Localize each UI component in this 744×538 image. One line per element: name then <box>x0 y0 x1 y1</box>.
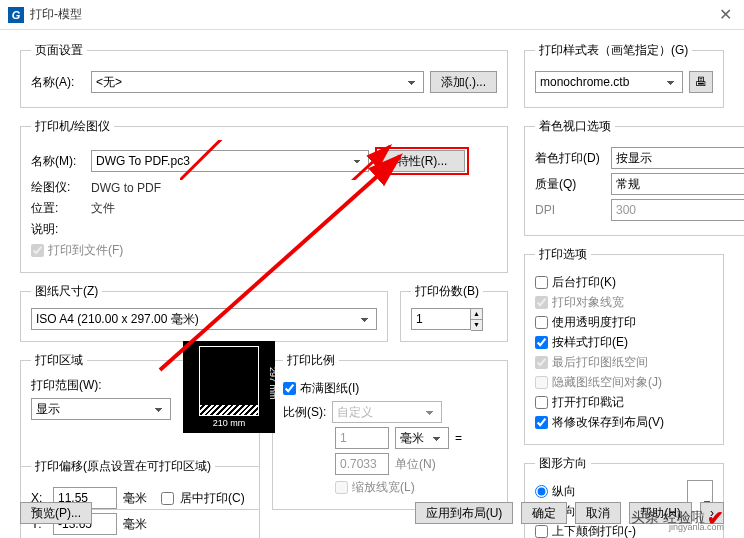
quality-label: 质量(Q) <box>535 176 605 193</box>
scale-unit1[interactable]: 毫米 <box>395 427 449 449</box>
upside-checkbox[interactable] <box>535 525 548 538</box>
copies-legend: 打印份数(B) <box>411 283 483 300</box>
copies-group: 打印份数(B) ▲▼ <box>400 283 508 342</box>
plotter-value: DWG to PDF <box>91 181 161 195</box>
desc-label: 说明: <box>31 221 85 238</box>
print-area-legend: 打印区域 <box>31 352 87 369</box>
plotter-label: 绘图仪: <box>31 179 85 196</box>
ratio-select: 自定义 <box>332 401 442 423</box>
app-logo: G <box>8 7 24 23</box>
page-name-select[interactable]: <无> <box>91 71 424 93</box>
fit-checkbox[interactable] <box>283 382 296 395</box>
style-edit-icon[interactable]: 🖶 <box>689 71 713 93</box>
orientation-legend: 图形方向 <box>535 455 591 472</box>
style-legend: 打印样式表（画笔指定）(G) <box>535 42 692 59</box>
offset-legend: 打印偏移(原点设置在可打印区域) <box>31 458 215 475</box>
watermark: 头条 经验啦✔ jingyanla.com <box>631 506 724 530</box>
dpi-label: DPI <box>535 203 605 217</box>
copies-up[interactable]: ▲ <box>471 309 482 320</box>
scale-num2 <box>335 453 389 475</box>
print-to-file-checkbox <box>31 244 44 257</box>
ok-button[interactable]: 确定 <box>521 502 567 524</box>
shade-group: 着色视口选项 着色打印(D)按显示 质量(Q)常规 DPI <box>524 118 744 236</box>
copies-down[interactable]: ▼ <box>471 320 482 330</box>
printer-name-label: 名称(M): <box>31 153 85 170</box>
cancel-button[interactable]: 取消 <box>575 502 621 524</box>
bg-checkbox[interactable] <box>535 276 548 289</box>
save-layout-checkbox[interactable] <box>535 416 548 429</box>
options-group: 打印选项 后台打印(K) 打印对象线宽 使用透明度打印 按样式打印(E) 最后打… <box>524 246 724 445</box>
properties-button[interactable]: 特性(R)... <box>379 150 465 172</box>
range-select[interactable]: 显示 <box>31 398 171 420</box>
page-setup-legend: 页面设置 <box>31 42 87 59</box>
stamp-checkbox[interactable] <box>535 396 548 409</box>
dpi-input <box>611 199 744 221</box>
printer-legend: 打印机/绘图仪 <box>31 118 114 135</box>
lw-checkbox <box>535 296 548 309</box>
paper-size-select[interactable]: ISO A4 (210.00 x 297.00 毫米) <box>31 308 377 330</box>
hideps-checkbox <box>535 376 548 389</box>
scale-lw-label: 缩放线宽(L) <box>352 479 415 496</box>
scale-lw-checkbox <box>335 481 348 494</box>
location-label: 位置: <box>31 200 85 217</box>
portrait-radio[interactable] <box>535 485 548 498</box>
scale-legend: 打印比例 <box>283 352 339 369</box>
page-setup-group: 页面设置 名称(A): <无> 添加(.)... <box>20 42 508 108</box>
location-value: 文件 <box>91 200 115 217</box>
paper-preview: 210 mm <box>183 341 275 433</box>
pslast-checkbox <box>535 356 548 369</box>
quality-select[interactable]: 常规 <box>611 173 744 195</box>
apply-layout-button[interactable]: 应用到布局(U) <box>415 502 514 524</box>
trans-checkbox[interactable] <box>535 316 548 329</box>
window-title: 打印-模型 <box>30 6 82 23</box>
scale-group: 打印比例 布满图纸(I) 比例(S):自定义 毫米= 单位(N) 缩放线宽(L) <box>272 352 508 510</box>
ratio-label: 比例(S): <box>283 404 326 421</box>
fit-label: 布满图纸(I) <box>300 380 359 397</box>
options-legend: 打印选项 <box>535 246 591 263</box>
style-checkbox[interactable] <box>535 336 548 349</box>
scale-unit2: 单位(N) <box>395 456 436 473</box>
print-to-file-label: 打印到文件(F) <box>48 242 123 259</box>
close-icon[interactable]: ✕ <box>715 5 736 24</box>
scale-num1 <box>335 427 389 449</box>
shade-label: 着色打印(D) <box>535 150 605 167</box>
paper-size-group: 图纸尺寸(Z) ISO A4 (210.00 x 297.00 毫米) <box>20 283 388 342</box>
printer-group: 打印机/绘图仪 名称(M): DWG To PDF.pc3 特性(R)... 绘… <box>20 118 508 273</box>
page-name-label: 名称(A): <box>31 74 85 91</box>
shade-legend: 着色视口选项 <box>535 118 615 135</box>
paper-size-legend: 图纸尺寸(Z) <box>31 283 102 300</box>
style-group: 打印样式表（画笔指定）(G) monochrome.ctb🖶 <box>524 42 724 108</box>
style-select[interactable]: monochrome.ctb <box>535 71 683 93</box>
add-button[interactable]: 添加(.)... <box>430 71 497 93</box>
printer-name-select[interactable]: DWG To PDF.pc3 <box>91 150 369 172</box>
copies-input[interactable] <box>411 308 471 330</box>
properties-highlight: 特性(R)... <box>375 147 469 175</box>
preview-button[interactable]: 预览(P)... <box>20 502 92 524</box>
shade-select[interactable]: 按显示 <box>611 147 744 169</box>
